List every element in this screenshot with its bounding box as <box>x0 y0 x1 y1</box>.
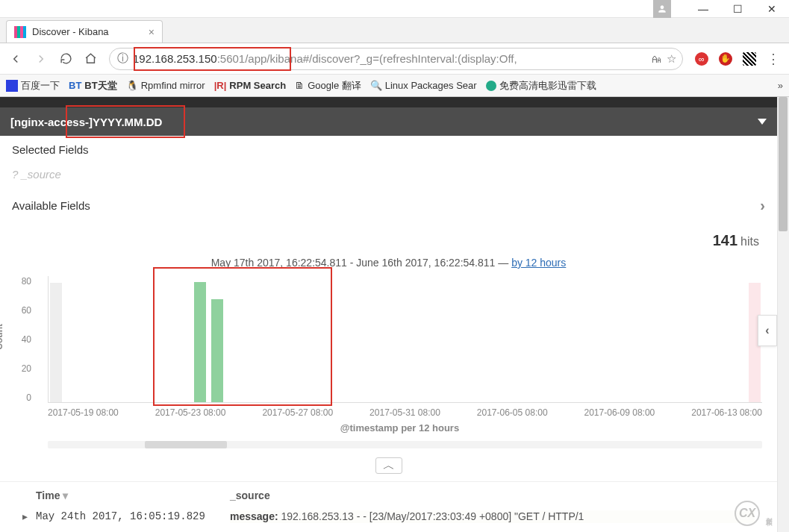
hits-counter: 141hits <box>0 222 777 254</box>
home-button[interactable] <box>84 52 97 65</box>
tab-title: Discover - Kibana <box>32 26 143 37</box>
sort-desc-icon[interactable]: ▾ <box>63 489 68 501</box>
caret-down-icon <box>758 119 767 125</box>
bookmark-star-icon[interactable]: ☆ <box>667 52 676 66</box>
chart-horizontal-scrollbar[interactable] <box>48 441 762 448</box>
selected-fields-header: Selected Fields <box>0 136 777 163</box>
window-close-button[interactable]: ✕ <box>755 0 789 18</box>
x-axis-label: @timestamp per 12 hours <box>37 419 762 434</box>
ghost-bar-left <box>50 283 62 402</box>
annotation-chart-highlight <box>153 267 332 406</box>
bookmark-gtranslate[interactable]: 🗎Google 翻译 <box>295 79 361 93</box>
extension-icons: ∞ ✋ ⋮ <box>695 51 780 67</box>
kibana-favicon <box>14 26 26 38</box>
doc-source-cell: message: 192.168.253.13 - - [23/May/2017… <box>230 510 755 523</box>
extension-icon-1[interactable]: ∞ <box>695 52 708 66</box>
site-info-icon[interactable]: ⓘ <box>117 51 128 66</box>
expand-row-icon[interactable]: ▸ <box>22 510 36 522</box>
window-maximize-button[interactable]: ☐ <box>720 0 755 18</box>
source-column-header: _source <box>230 489 270 501</box>
bookmark-bt[interactable]: BTBT天堂 <box>69 79 117 93</box>
browser-tab[interactable]: Discover - Kibana × <box>6 20 163 43</box>
chart-plot-area[interactable] <box>48 276 762 403</box>
extension-icon-2[interactable]: ✋ <box>719 52 732 66</box>
y-axis-label: Count <box>0 324 4 350</box>
profile-avatar[interactable] <box>653 0 671 18</box>
address-bar[interactable]: ⓘ 192.168.253.150:5601/app/kibana#/disco… <box>109 48 683 70</box>
index-pattern-selector[interactable]: [nginx-access-]YYYY.MM.DD <box>0 107 777 136</box>
bookmarks-bar: 百度一下 BTBT天堂 🐧Rpmfind mirror |R|RPM Searc… <box>0 75 789 97</box>
bookmark-movies[interactable]: 免费高清电影迅雷下载 <box>486 79 596 93</box>
time-column-header[interactable]: Time <box>36 489 60 501</box>
scrollbar-thumb[interactable] <box>145 441 227 448</box>
back-button[interactable] <box>9 52 22 66</box>
index-pattern-label: [nginx-access-]YYYY.MM.DD <box>10 116 162 128</box>
chevron-right-icon: › <box>760 197 765 214</box>
window-minimize-button[interactable]: — <box>686 0 720 18</box>
bookmark-rpmsearch[interactable]: |R|RPM Search <box>214 80 287 91</box>
window-titlebar: — ☐ ✕ <box>0 0 789 18</box>
bookmark-baidu[interactable]: 百度一下 <box>6 79 60 93</box>
kibana-topbar <box>0 97 777 107</box>
bookmarks-overflow-icon[interactable]: » <box>778 80 783 91</box>
chrome-menu-icon[interactable]: ⋮ <box>767 51 780 67</box>
bookmark-rpmfind[interactable]: 🐧Rpmfind mirror <box>126 80 205 91</box>
extension-icon-3[interactable] <box>743 52 756 66</box>
reload-button[interactable] <box>60 52 72 65</box>
forward-button[interactable] <box>34 52 48 66</box>
browser-toolbar: ⓘ 192.168.253.150:5601/app/kibana#/disco… <box>0 43 789 75</box>
x-axis-ticks: 2017-05-19 08:00 2017-05-23 08:00 2017-0… <box>48 403 762 419</box>
y-axis-ticks: 80 60 40 20 0 <box>13 276 31 403</box>
expand-panel-button[interactable]: ‹ <box>758 315 777 346</box>
histogram-bar[interactable] <box>211 299 223 402</box>
interval-link[interactable]: by 12 hours <box>511 257 566 269</box>
doc-table-header: Time ▾ _source <box>0 481 777 506</box>
source-field-item[interactable]: ? _source <box>0 163 777 190</box>
time-range-display: May 17th 2017, 16:22:54.811 - June 16th … <box>0 254 777 276</box>
url-text: 192.168.253.150:5601/app/kibana#/discove… <box>133 52 517 65</box>
translate-icon[interactable]: 🗛 <box>651 52 662 65</box>
tab-close-icon[interactable]: × <box>149 26 155 38</box>
bookmark-linuxpkg[interactable]: 🔍Linux Packages Sear <box>370 80 477 91</box>
tab-strip: Discover - Kibana × <box>0 18 789 43</box>
vertical-scrollbar[interactable] <box>777 97 789 532</box>
doc-table-row[interactable]: ▸ May 24th 2017, 16:05:19.829 message: 1… <box>0 506 777 523</box>
histogram-chart[interactable]: Count 80 60 40 20 0 2017-05-19 08:00 201… <box>0 276 777 448</box>
histogram-bar[interactable] <box>194 282 206 402</box>
collapse-chart-button[interactable]: ︿ <box>375 457 402 474</box>
available-fields-header[interactable]: Available Fields › <box>0 190 777 222</box>
scrollbar-thumb[interactable] <box>779 97 788 231</box>
watermark: CX 创新互联 <box>735 501 774 526</box>
doc-time-cell: May 24th 2017, 16:05:19.829 <box>36 510 230 522</box>
